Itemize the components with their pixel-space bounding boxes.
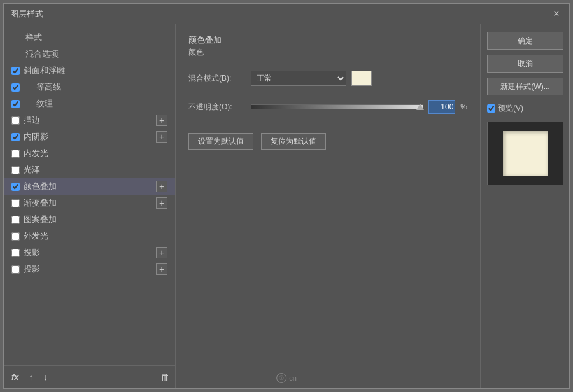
label-inner-glow: 内发光 (24, 148, 48, 159)
layer-style-dialog: 图层样式 × 样式混合选项斜面和浮雕等高线纹理描边+内阴影+内发光光泽颜色叠加+… (3, 3, 570, 389)
layer-item-bevel[interactable]: 斜面和浮雕 (4, 62, 175, 79)
preview-checkbox[interactable] (487, 104, 495, 113)
layer-item-contour[interactable]: 等高线 (4, 79, 175, 95)
checkbox-outer-glow[interactable] (11, 232, 20, 241)
move-down-icon[interactable]: ↓ (41, 371, 50, 383)
layer-item-pattern-overlay[interactable]: 图案叠加 (4, 211, 175, 228)
layer-item-stroke[interactable]: 描边+ (4, 112, 175, 129)
blend-mode-select[interactable]: 正常溶解变暗正片叠底颜色加深 (251, 71, 346, 86)
watermark: ① cn (276, 373, 297, 383)
checkbox-inner-shadow[interactable] (11, 133, 20, 141)
title-bar: 图层样式 × (4, 4, 569, 24)
label-drop-shadow1: 投影 (24, 247, 40, 258)
set-default-button[interactable]: 设置为默认值 (188, 133, 253, 150)
checkbox-satin[interactable] (11, 166, 20, 174)
layer-item-drop-shadow1[interactable]: 投影+ (4, 244, 175, 261)
plus-btn-drop-shadow1[interactable]: + (156, 247, 167, 258)
right-panel: 确定 取消 新建样式(W)... 预览(V) (480, 24, 569, 388)
slider-thumb[interactable] (416, 104, 424, 110)
color-subtitle: 颜色 (188, 47, 467, 58)
preview-checkbox-row: 预览(V) (487, 103, 563, 114)
color-swatch[interactable] (351, 71, 372, 86)
label-texture: 纹理 (36, 98, 53, 109)
label-gradient-overlay: 渐变叠加 (24, 197, 57, 209)
checkbox-color-overlay[interactable] (11, 183, 20, 191)
preview-label: 预览(V) (498, 103, 523, 114)
layer-item-drop-shadow2[interactable]: 投影+ (4, 261, 175, 277)
middle-panel: 颜色叠加 颜色 混合模式(B): 正常溶解变暗正片叠底颜色加深 不透明度(O):… (176, 24, 480, 388)
blend-mode-row: 混合模式(B): 正常溶解变暗正片叠底颜色加深 (188, 71, 467, 86)
label-blend: 混合选项 (25, 48, 59, 60)
layer-item-gradient-overlay[interactable]: 渐变叠加+ (4, 195, 175, 211)
checkbox-drop-shadow1[interactable] (11, 249, 20, 257)
checkbox-texture[interactable] (11, 100, 20, 108)
layer-item-style[interactable]: 样式 (4, 29, 175, 46)
dialog-title: 图层样式 (10, 8, 43, 20)
layer-item-color-overlay[interactable]: 颜色叠加+ (4, 178, 175, 195)
label-inner-shadow: 内阴影 (24, 131, 48, 143)
plus-btn-drop-shadow2[interactable]: + (156, 263, 167, 275)
layer-item-inner-glow[interactable]: 内发光 (4, 145, 175, 162)
label-satin: 光泽 (24, 164, 40, 176)
preview-inner (503, 131, 548, 176)
blend-mode-label: 混合模式(B): (188, 73, 246, 84)
watermark-icon: ① (276, 373, 286, 383)
checkbox-bevel[interactable] (11, 67, 20, 75)
dialog-body: 样式混合选项斜面和浮雕等高线纹理描边+内阴影+内发光光泽颜色叠加+渐变叠加+图案… (4, 24, 569, 388)
plus-btn-color-overlay[interactable]: + (156, 181, 167, 192)
opacity-percent: % (460, 102, 467, 111)
opacity-slider[interactable] (251, 101, 423, 113)
new-style-button[interactable]: 新建样式(W)... (487, 78, 563, 95)
cancel-button[interactable]: 取消 (487, 55, 563, 73)
checkbox-pattern-overlay[interactable] (11, 216, 20, 224)
layer-item-texture[interactable]: 纹理 (4, 95, 175, 112)
opacity-input[interactable] (428, 100, 455, 114)
slider-track (251, 104, 423, 109)
left-panel: 样式混合选项斜面和浮雕等高线纹理描边+内阴影+内发光光泽颜色叠加+渐变叠加+图案… (4, 24, 176, 388)
plus-btn-gradient-overlay[interactable]: + (156, 197, 167, 209)
button-row: 设置为默认值 复位为默认值 (188, 133, 467, 150)
label-outer-glow: 外发光 (24, 230, 48, 242)
layer-item-inner-shadow[interactable]: 内阴影+ (4, 129, 175, 145)
layer-items-list: 样式混合选项斜面和浮雕等高线纹理描边+内阴影+内发光光泽颜色叠加+渐变叠加+图案… (4, 24, 175, 365)
plus-btn-inner-shadow[interactable]: + (156, 131, 167, 143)
reset-default-button[interactable]: 复位为默认值 (261, 133, 326, 150)
label-stroke: 描边 (24, 115, 40, 126)
confirm-button[interactable]: 确定 (487, 32, 563, 50)
label-drop-shadow2: 投影 (24, 263, 40, 275)
fx-icon[interactable]: fx (9, 371, 22, 383)
section-title: 颜色叠加 颜色 (188, 34, 467, 63)
label-contour: 等高线 (36, 81, 61, 93)
checkbox-contour[interactable] (11, 83, 20, 92)
label-bevel: 斜面和浮雕 (24, 65, 65, 76)
checkbox-gradient-overlay[interactable] (11, 199, 20, 207)
preview-box (487, 122, 563, 185)
layer-item-outer-glow[interactable]: 外发光 (4, 228, 175, 244)
label-style: 样式 (25, 32, 42, 43)
plus-btn-stroke[interactable]: + (156, 115, 167, 126)
opacity-row: 不透明度(O): % (188, 100, 467, 114)
layer-item-blend[interactable]: 混合选项 (4, 46, 175, 62)
layer-item-satin[interactable]: 光泽 (4, 162, 175, 178)
color-overlay-title: 颜色叠加 (188, 34, 467, 46)
watermark-text: cn (289, 374, 297, 382)
checkbox-drop-shadow2[interactable] (11, 265, 20, 274)
close-button[interactable]: × (550, 8, 563, 20)
move-up-icon[interactable]: ↑ (27, 371, 36, 383)
label-color-overlay: 颜色叠加 (24, 181, 57, 192)
left-panel-bottom: fx ↑ ↓ 🗑 (4, 365, 175, 388)
trash-icon[interactable]: 🗑 (160, 372, 170, 382)
checkbox-stroke[interactable] (11, 116, 20, 125)
opacity-label: 不透明度(O): (188, 102, 246, 113)
label-pattern-overlay: 图案叠加 (24, 214, 57, 225)
checkbox-inner-glow[interactable] (11, 150, 20, 158)
